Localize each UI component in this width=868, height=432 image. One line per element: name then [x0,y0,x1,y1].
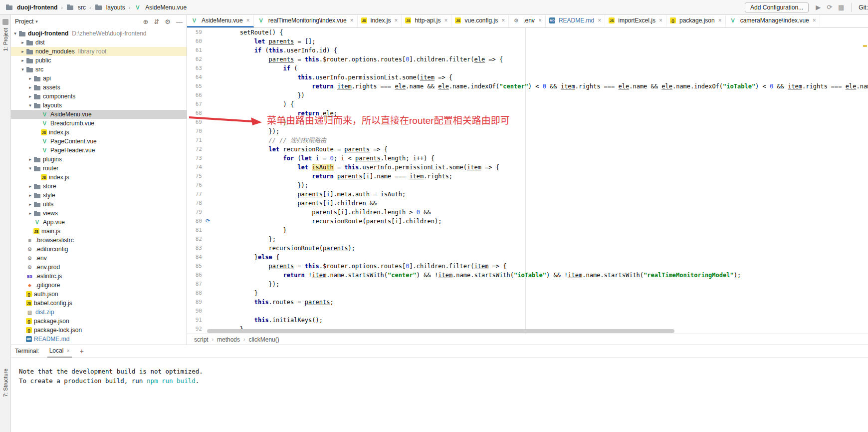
horizontal-scrollbar[interactable] [207,329,856,333]
close-tab-icon[interactable]: × [444,17,447,24]
close-tab-icon[interactable]: × [246,17,250,24]
tree-item-public[interactable]: ▸public [11,56,187,65]
tree-item-editorconfig[interactable]: ⚙.editorconfig [11,245,187,254]
warning-stripe-mark[interactable] [863,45,867,47]
close-tab-icon[interactable]: × [598,17,601,24]
tab-cameramanage-index-vue[interactable]: VcameraManage\index.vue× [726,15,820,27]
line-number[interactable]: 84 [187,253,204,262]
code-line-64[interactable]: 64 this.userInfo.permissionList.some(ite… [187,73,868,82]
vertical-scrollbar[interactable] [862,28,868,334]
editor-breadcrumb-clickmenu[interactable]: clickMenu() [248,336,279,343]
tree-item-node-modules[interactable]: ▸node_moduleslibrary root [11,47,187,56]
tree-item-utils[interactable]: ▸utils [11,200,187,209]
close-tab-icon[interactable]: × [659,17,662,24]
code-line-72[interactable]: 72 let recursionRoute = parents => { [187,145,868,154]
stripe-structure-label[interactable]: 7: Structure [2,369,8,397]
tab-realtimemonitoring-index-vue[interactable]: VrealTimeMonitoring\index.vue× [254,15,358,27]
tree-item-dist-zip[interactable]: ▨dist.zip [11,308,187,317]
code-line-62[interactable]: 62 parents = this.$router.options.routes… [187,55,868,64]
code-line-70[interactable]: 70 }); [187,127,868,136]
line-number[interactable]: 90 [187,307,204,316]
code-line-74[interactable]: 74 let isAuth = this.userInfo.permission… [187,163,868,172]
line-number[interactable]: 80 [187,217,204,226]
run-icon[interactable]: ▶ [816,3,821,11]
tree-item-dist[interactable]: ▸dist [11,38,187,47]
expand-arrow-icon[interactable]: ▸ [27,211,33,216]
code-line-65[interactable]: 65 return item.rights === ele.name && el… [187,82,868,91]
line-number[interactable]: 71 [187,136,204,145]
terminal-tab-local[interactable]: Local × [47,345,72,358]
tree-item-env[interactable]: ⚙.env [11,254,187,263]
code-line-85[interactable]: 85 parents = this.$router.options.routes… [187,262,868,271]
line-number[interactable]: 62 [187,55,204,64]
scrollbar-thumb[interactable] [207,329,674,333]
project-view-title[interactable]: Project [15,18,33,25]
close-tab-icon[interactable]: × [718,17,722,24]
line-number[interactable]: 75 [187,172,204,181]
tree-item-eslintrc-js[interactable]: ES.eslintrc.js [11,272,187,281]
project-tool-icon[interactable] [2,19,8,25]
code-line-73[interactable]: 73 for (let i = 0; i < parents.length; i… [187,154,868,163]
expand-arrow-icon[interactable]: ▸ [27,193,33,198]
editor[interactable]: 59 setRoute() {60 let parents = [];61 if… [187,28,868,334]
close-tab-icon[interactable]: × [350,17,354,24]
expand-arrow-icon[interactable]: ▸ [27,202,33,207]
code-line-86[interactable]: 86 return !item.name.startsWith("center"… [187,271,868,280]
line-number[interactable]: 82 [187,235,204,244]
line-number[interactable]: 72 [187,145,204,154]
tree-item-asidemenu-vue[interactable]: VAsideMenu.vue [11,110,187,119]
recursive-call-gutter-icon[interactable]: ⟳ [206,217,210,226]
tree-item-assets[interactable]: ▸assets [11,83,187,92]
tree-item-readme-md[interactable]: MDREADME.md [11,335,187,344]
collapse-arrow-icon[interactable]: ▾ [27,103,33,108]
line-number[interactable]: 66 [187,91,204,100]
new-terminal-icon[interactable]: + [80,347,84,355]
tree-item-main-js[interactable]: JSmain.js [11,227,187,236]
line-number[interactable]: 73 [187,154,204,163]
code-line-89[interactable]: 89 this.routes = parents; [187,298,868,307]
tab-vue-config-js[interactable]: JSvue.config.js× [451,15,509,27]
line-number[interactable]: 76 [187,181,204,190]
tree-item-pagecontent-vue[interactable]: VPageContent.vue [11,137,187,146]
add-configuration-button[interactable]: Add Configuration... [745,2,809,12]
terminal-output[interactable]: Note that the development build is not o… [11,358,868,432]
line-number[interactable]: 70 [187,127,204,136]
gear-icon[interactable]: ⚙ [165,18,171,25]
line-number[interactable]: 87 [187,280,204,289]
tool-windows-icon[interactable]: ▦ [838,3,844,11]
expand-arrow-icon[interactable]: ▸ [19,58,26,63]
code-line-80[interactable]: 80⟳ recursionRoute(parents[i].children); [187,217,868,226]
tree-item-index-js[interactable]: JSindex.js [11,128,187,137]
tree-item-store[interactable]: ▸store [11,182,187,191]
tree-item-duoji-frontend[interactable]: ▾duoji-frontendD:\zheheWeb\duoji-fronten… [11,29,187,38]
line-number[interactable]: 74 [187,163,204,172]
collapse-arrow-icon[interactable]: ▾ [19,67,26,72]
code-line-88[interactable]: 88 } [187,289,868,298]
tree-item-browserslistrc[interactable]: ≡.browserslistrc [11,236,187,245]
terminal-title[interactable]: Terminal: [15,348,39,355]
line-number[interactable]: 88 [187,289,204,298]
line-number[interactable]: 91 [187,316,204,325]
tree-item-style[interactable]: ▸style [11,191,187,200]
code-line-77[interactable]: 77 parents[i].meta.auth = isAuth; [187,190,868,199]
tab-importexcel-js[interactable]: JSimportExcel.js× [605,15,666,27]
line-number[interactable]: 92 [187,325,204,334]
line-number[interactable]: 83 [187,244,204,253]
hide-panel-icon[interactable]: — [176,18,183,25]
expand-arrow-icon[interactable]: ▸ [19,49,26,54]
tree-item-package-json[interactable]: {}package.json [11,317,187,326]
tree-item-layouts[interactable]: ▾layouts [11,101,187,110]
line-number[interactable]: 59 [187,28,204,37]
tab-http-api-js[interactable]: JShttp-api.js× [402,15,451,27]
expand-arrow-icon[interactable]: ▸ [27,94,33,99]
close-tab-icon[interactable]: × [538,17,542,24]
breadcrumb-item-layouts[interactable]: layouts [93,3,127,11]
line-number[interactable]: 67 [187,100,204,109]
tree-item-router[interactable]: ▾router [11,164,187,173]
expand-arrow-icon[interactable]: ▸ [27,157,33,162]
git-branch-label[interactable]: Git: [859,4,868,11]
close-icon[interactable]: × [66,348,69,354]
code-line-79[interactable]: 79 parents[i].children.length > 0 && [187,208,868,217]
expand-arrow-icon[interactable]: ▸ [19,40,26,45]
editor-breadcrumb-script[interactable]: script [194,336,209,343]
